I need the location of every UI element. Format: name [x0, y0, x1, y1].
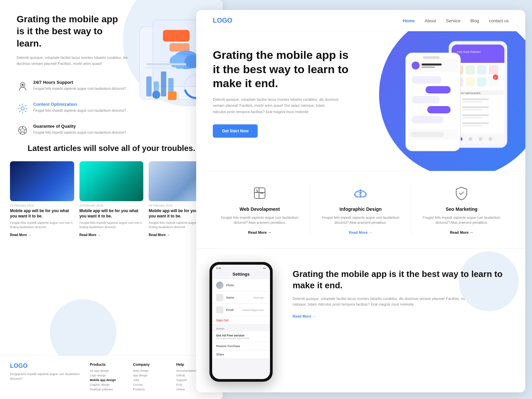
svg-rect-16 [146, 67, 176, 69]
svg-rect-37 [462, 98, 489, 100]
svg-rect-28 [477, 65, 486, 74]
svg-rect-31 [466, 77, 475, 86]
settings-restore: Restore Purchase › [212, 342, 270, 350]
shield-icon [453, 185, 470, 202]
read-more-2[interactable]: Read More [79, 233, 101, 237]
footer-product-4: Graphic design [90, 383, 126, 386]
service-web-link[interactable]: Read More [248, 230, 271, 234]
svg-point-14 [152, 91, 160, 99]
svg-rect-62 [426, 86, 451, 93]
phone-frame: 9:41 ▪▪▪ Settings Photo › Name TestUse [209, 262, 273, 382]
service-infographic-link[interactable]: Read More [349, 230, 372, 234]
footer: LOGO Feugiat felis impedit sapiente augu… [0, 355, 223, 399]
feature-optimization-title: Content Optimization [33, 102, 126, 107]
footer-company-title: Company [133, 362, 170, 366]
article-title-1: Mobile app will be for you what you want… [10, 208, 74, 219]
settings-signout[interactable]: Sign Out [212, 316, 270, 325]
footer-product-1: ios app design [90, 369, 126, 372]
bottom-title: Grating the mobile app is it the best wa… [293, 269, 512, 291]
bottom-text-content: Grating the mobile app is it the best wa… [293, 262, 512, 319]
svg-rect-46 [462, 122, 489, 124]
article-img-1 [10, 161, 74, 201]
footer-product-3: Mobile app design [90, 378, 126, 382]
settings-name-label: Name [226, 296, 253, 299]
svg-rect-38 [462, 101, 482, 102]
settings-admin-header: Admin [212, 325, 270, 332]
footer-desc: Feugiat felis impedit sapiente augue cum… [10, 372, 83, 381]
bottom-section: 9:41 ▪▪▪ Settings Photo › Name TestUse [196, 249, 525, 392]
footer-col-products: Products ios app design Logo design Mobi… [90, 362, 126, 392]
service-seo-desc: Feugiat felis impedit sapiente augue cum… [418, 215, 505, 225]
svg-point-19 [21, 107, 24, 110]
bottom-read-more[interactable]: Read More [293, 314, 316, 318]
article-card-1: 23 February 2019 Mobile app will be for … [10, 161, 74, 237]
left-page: Grating the mobile app is it the best wa… [0, 0, 223, 399]
footer-brand: LOGO Feugiat felis impedit sapiente augu… [10, 362, 83, 392]
article-img-2 [79, 161, 144, 201]
footer-logo: LOGO [10, 362, 83, 369]
gear-icon [17, 102, 29, 114]
service-web-desc: Feugiat felis impedit sapiente augue cum… [216, 215, 303, 225]
svg-rect-15 [146, 63, 186, 65]
settings-adfree: Get Ad Free version Go to adventisment f… [212, 332, 270, 342]
service-seo-link[interactable]: Read More [450, 230, 473, 234]
article-desc-1: Feugiat felis impedit sapiente augue cum… [10, 221, 74, 229]
feature-support-desc: Feugiat felis impedit sapiente augue cum… [33, 86, 126, 91]
svg-rect-9 [161, 71, 166, 96]
hero-description: Deleniti quisque, voluptate facilisi lac… [213, 96, 339, 115]
nav-about[interactable]: About [425, 18, 436, 24]
star-icon [17, 124, 29, 136]
svg-rect-70 [254, 188, 265, 199]
services-section: Web Devolapment Feugiat felis impedit sa… [196, 171, 525, 249]
left-hero-desc: Deleniti quisque, voluptate facilisi lac… [17, 55, 133, 66]
footer-products-list: ios app design Logo design Mobile app de… [90, 369, 126, 391]
settings-name-value: TestUser [253, 296, 264, 299]
svg-point-51 [478, 137, 482, 141]
settings-restore-label: Restore Purchase [216, 344, 265, 348]
nav-service[interactable]: Service [446, 18, 460, 24]
svg-text:2: 2 [494, 76, 496, 79]
hero-section: Grating the mobile app is it the best wa… [196, 31, 525, 171]
read-more-1[interactable]: Read More [10, 233, 31, 237]
left-hero-title: Grating the mobile app is it the best wa… [17, 13, 123, 50]
phone-status-bar: 9:41 ▪▪▪ [212, 265, 270, 270]
nav-contact[interactable]: contact us [489, 18, 509, 24]
svg-rect-59 [422, 64, 442, 66]
svg-point-58 [412, 62, 420, 69]
svg-rect-3 [170, 43, 190, 52]
footer-company-5: Products [133, 388, 170, 391]
settings-email-label: Email [226, 308, 243, 312]
articles-grid: 23 February 2019 Mobile app will be for … [0, 161, 223, 237]
nav-home[interactable]: Home [403, 18, 415, 24]
hero-content: Grating the mobile app is it the best wa… [213, 48, 352, 138]
footer-company-list: Web design app design Jobs Crouse Produc… [133, 369, 170, 391]
article-date-1: 23 February 2019 [10, 204, 74, 207]
footer-col-company: Company Web design app design Jobs Crous… [133, 362, 170, 392]
read-more-3[interactable]: Read More [149, 233, 170, 237]
article-title-2: Mobile app will be for you what you want… [79, 208, 144, 219]
settings-header: Settings [212, 270, 270, 279]
footer-company-3: Jobs [133, 378, 170, 382]
settings-adfree-label: Get Ad Free version Go to adventisment f… [216, 334, 265, 339]
settings-photo-label: Photo [226, 284, 265, 287]
nav-logo: LOGO [213, 17, 232, 24]
settings-email-value: testuser@ycl.com [243, 309, 264, 312]
settings-share-label: Share [216, 353, 265, 356]
hero-phones: Hey Kent Partner! RECENT MESSAGES [399, 35, 519, 162]
footer-company-4: Crouse [133, 383, 170, 386]
nav-blog[interactable]: Blog [470, 18, 479, 24]
settings-email-icon [216, 306, 223, 314]
settings-name-icon [216, 294, 223, 301]
right-page: LOGO Home About Service Blog contact us … [196, 10, 525, 392]
cloud-icon [352, 185, 369, 202]
footer-products-title: Products [90, 362, 126, 366]
feature-optimization-desc: Feugiat felis impedit sapiente augue cum… [33, 108, 126, 113]
hero-title: Grating the mobile app is it the best wa… [213, 48, 352, 90]
phone-time: 9:41 [216, 267, 221, 270]
svg-rect-67 [411, 132, 444, 137]
nav-links: Home About Service Blog contact us [403, 18, 509, 24]
footer-company-1: Web design [133, 369, 170, 372]
cube-icon [251, 185, 268, 202]
svg-rect-63 [412, 96, 440, 103]
cta-button[interactable]: Get Start Now [213, 124, 258, 138]
